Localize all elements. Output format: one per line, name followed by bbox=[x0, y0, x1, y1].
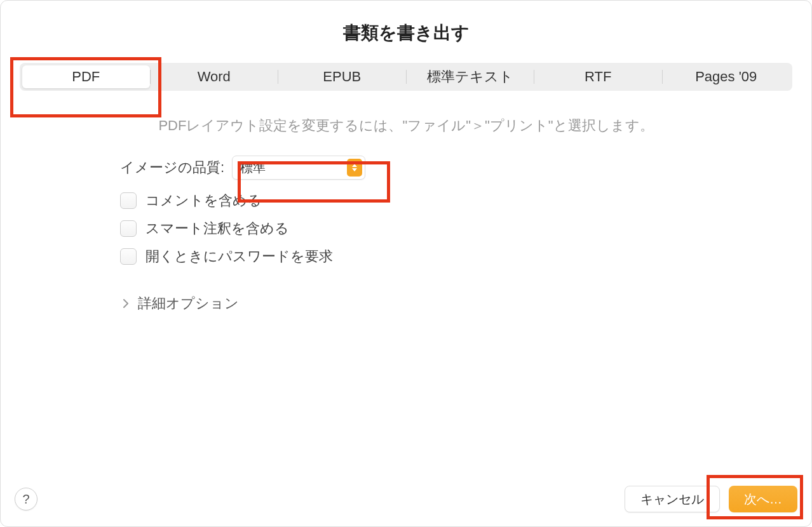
include-smart-annotations-label: スマート注釈を含める bbox=[145, 219, 289, 238]
advanced-options-label: 詳細オプション bbox=[138, 294, 239, 313]
include-smart-annotations-checkbox[interactable] bbox=[120, 220, 137, 237]
format-tabs-container: PDF Word EPUB 標準テキスト RTF Pages '09 bbox=[1, 63, 811, 91]
chevron-right-icon bbox=[120, 299, 132, 308]
next-button[interactable]: 次へ… bbox=[729, 486, 797, 512]
advanced-options-toggle[interactable]: 詳細オプション bbox=[120, 294, 792, 313]
export-dialog: 書類を書き出す PDF Word EPUB 標準テキスト RTF Pages '… bbox=[0, 0, 812, 527]
cancel-button[interactable]: キャンセル bbox=[625, 486, 720, 512]
help-button[interactable]: ? bbox=[15, 488, 37, 510]
include-comments-label: コメントを含める bbox=[145, 191, 262, 210]
image-quality-label: イメージの品質: bbox=[120, 158, 224, 177]
require-password-row: 開くときにパスワードを要求 bbox=[120, 247, 792, 266]
image-quality-row: イメージの品質: 標準 bbox=[120, 156, 792, 180]
layout-help-text: PDFレイアウト設定を変更するには、"ファイル"＞"プリント"と選択します。 bbox=[20, 116, 792, 135]
tab-word[interactable]: Word bbox=[151, 65, 278, 88]
pdf-options: イメージの品質: 標準 コメントを含める スマート注釈を含める bbox=[120, 156, 792, 313]
require-password-label: 開くときにパスワードを要求 bbox=[145, 247, 333, 266]
format-tabs: PDF Word EPUB 標準テキスト RTF Pages '09 bbox=[20, 63, 792, 91]
image-quality-value: 標準 bbox=[240, 159, 347, 177]
dialog-content: PDFレイアウト設定を変更するには、"ファイル"＞"プリント"と選択します。 イ… bbox=[1, 91, 811, 476]
include-smart-annotations-row: スマート注釈を含める bbox=[120, 219, 792, 238]
tab-epub[interactable]: EPUB bbox=[278, 65, 406, 88]
tab-plaintext[interactable]: 標準テキスト bbox=[407, 65, 534, 88]
stepper-arrows-icon bbox=[347, 159, 362, 177]
help-icon: ? bbox=[22, 492, 29, 507]
image-quality-select[interactable]: 標準 bbox=[232, 156, 365, 180]
tab-pdf[interactable]: PDF bbox=[22, 65, 150, 88]
include-comments-row: コメントを含める bbox=[120, 191, 792, 210]
dialog-footer: ? キャンセル 次へ… bbox=[1, 476, 811, 526]
require-password-checkbox[interactable] bbox=[120, 248, 137, 265]
include-comments-checkbox[interactable] bbox=[120, 192, 137, 209]
tab-rtf[interactable]: RTF bbox=[534, 65, 662, 88]
dialog-title: 書類を書き出す bbox=[1, 1, 811, 63]
tab-pages09[interactable]: Pages '09 bbox=[663, 65, 790, 88]
